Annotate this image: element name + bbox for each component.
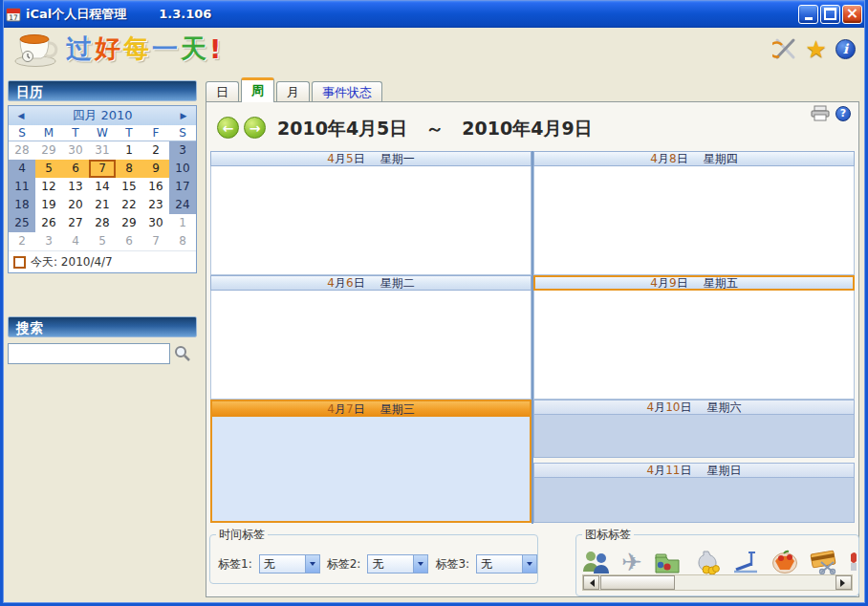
day-body-thu[interactable] xyxy=(533,166,855,275)
mini-day-cell[interactable]: 30 xyxy=(62,141,89,160)
day-body-tue[interactable] xyxy=(210,291,532,400)
day-body-wed[interactable] xyxy=(212,415,530,521)
favorite-star-icon[interactable] xyxy=(806,35,827,63)
day-cell-sun[interactable]: 4月11日星期日 xyxy=(533,463,855,523)
mini-day-cell[interactable]: 2 xyxy=(142,141,169,160)
mini-day-cell[interactable]: 30 xyxy=(142,214,169,232)
partial-icon[interactable] xyxy=(849,550,858,574)
day-cell-wed-today[interactable]: 4月7日星期三 xyxy=(210,400,532,523)
mini-day-cell[interactable]: 29 xyxy=(35,141,62,160)
help-icon[interactable] xyxy=(835,106,851,121)
mini-day-cell[interactable]: 29 xyxy=(116,214,142,232)
search-icon[interactable] xyxy=(174,345,191,362)
mini-day-cell[interactable]: 24 xyxy=(169,196,196,214)
mini-day-cell[interactable]: 13 xyxy=(62,178,89,196)
day-body-fri[interactable] xyxy=(533,291,855,400)
mini-day-cell[interactable]: 10 xyxy=(169,160,196,178)
mini-day-cell[interactable]: 7 xyxy=(142,232,169,250)
mini-day-cell[interactable]: 28 xyxy=(9,141,35,160)
mini-day-cell[interactable]: 15 xyxy=(116,178,142,196)
tag3-select[interactable]: 无 xyxy=(476,554,537,574)
work-folder-icon[interactable] xyxy=(653,550,682,574)
tab-week[interactable]: 周 xyxy=(241,77,274,102)
day-header-fri[interactable]: 4月9日星期五 xyxy=(533,275,855,291)
mini-day-cell[interactable]: 8 xyxy=(116,160,142,178)
day-cell-fri-selected[interactable]: 4月9日星期五 xyxy=(533,275,855,400)
day-body-sat[interactable] xyxy=(533,415,855,458)
search-input[interactable] xyxy=(8,343,170,364)
mini-day-cell[interactable]: 23 xyxy=(142,196,169,214)
mini-day-cell[interactable]: 12 xyxy=(35,178,62,196)
mini-day-cell[interactable]: 25 xyxy=(9,214,35,232)
tag2-select[interactable]: 无 xyxy=(367,554,428,574)
today-checkbox[interactable] xyxy=(13,256,26,269)
day-body-sun[interactable] xyxy=(533,478,855,523)
mini-day-cell[interactable]: 19 xyxy=(35,196,62,214)
mini-day-cell[interactable]: 5 xyxy=(89,232,116,250)
treadmill-icon[interactable] xyxy=(731,550,760,574)
day-header-mon[interactable]: 4月5日星期一 xyxy=(210,151,532,166)
day-body-mon[interactable] xyxy=(210,166,532,275)
minimize-button[interactable] xyxy=(798,5,818,24)
mini-day-cell[interactable]: 2 xyxy=(9,232,35,250)
mini-day-cell[interactable]: 27 xyxy=(62,214,89,232)
day-cell-tue[interactable]: 4月6日星期二 xyxy=(210,275,532,400)
day-header-sat[interactable]: 4月10日星期六 xyxy=(533,400,855,415)
mini-day-cell[interactable]: 3 xyxy=(35,232,62,250)
chevron-down-icon[interactable] xyxy=(305,555,319,573)
next-month-icon[interactable] xyxy=(177,111,190,120)
mini-day-cell[interactable]: 1 xyxy=(116,141,142,160)
prev-month-icon[interactable] xyxy=(14,111,28,120)
mini-day-cell[interactable]: 17 xyxy=(169,178,196,196)
mini-day-cell[interactable]: 9 xyxy=(142,160,169,178)
day-cell-sat[interactable]: 4月10日星期六 xyxy=(533,400,855,458)
day-cell-mon[interactable]: 4月5日星期一 xyxy=(210,151,532,275)
tab-month[interactable]: 月 xyxy=(276,81,310,102)
mini-day-cell[interactable]: 26 xyxy=(35,214,62,232)
mini-day-cell[interactable]: 14 xyxy=(89,178,116,196)
money-bag-icon[interactable] xyxy=(692,550,721,574)
day-header-sun[interactable]: 4月11日星期日 xyxy=(533,463,855,478)
chevron-down-icon[interactable] xyxy=(522,555,536,573)
mini-day-cell[interactable]: 3 xyxy=(169,141,196,160)
airplane-icon[interactable]: ✈ xyxy=(621,550,642,574)
info-icon[interactable] xyxy=(835,39,856,59)
mini-day-cell[interactable]: 22 xyxy=(116,196,142,214)
mini-day-cell[interactable]: 7 xyxy=(89,160,116,178)
next-week-button[interactable] xyxy=(244,117,266,139)
print-icon[interactable] xyxy=(811,105,830,121)
mini-day-cell[interactable]: 11 xyxy=(9,178,35,196)
day-cell-thu[interactable]: 4月8日星期四 xyxy=(533,151,855,275)
mini-day-cell[interactable]: 1 xyxy=(169,214,196,232)
mini-day-cell[interactable]: 16 xyxy=(142,178,169,196)
mini-day-cell[interactable]: 4 xyxy=(9,160,35,178)
mini-day-cell[interactable]: 6 xyxy=(116,232,142,250)
scroll-right-icon[interactable] xyxy=(835,575,852,590)
tools-icon[interactable] xyxy=(772,36,797,61)
mini-day-cell[interactable]: 6 xyxy=(62,160,89,178)
meeting-people-icon[interactable] xyxy=(582,550,611,574)
tab-day[interactable]: 日 xyxy=(206,81,239,102)
mini-day-cell[interactable]: 20 xyxy=(62,196,89,214)
icon-tags-scrollbar[interactable] xyxy=(582,574,853,591)
scroll-left-icon[interactable] xyxy=(583,575,599,590)
prev-week-button[interactable] xyxy=(217,117,239,139)
mini-day-cell[interactable]: 4 xyxy=(62,232,89,250)
titlebar[interactable]: 17 iCal个人日程管理 1.3.106 xyxy=(0,0,868,28)
scrollbar-thumb[interactable] xyxy=(600,575,675,590)
mini-day-cell[interactable]: 31 xyxy=(89,141,116,160)
mini-day-cell[interactable]: 8 xyxy=(169,232,196,250)
day-header-thu[interactable]: 4月8日星期四 xyxy=(533,151,855,166)
mini-day-cell[interactable]: 21 xyxy=(89,196,116,214)
food-plate-icon[interactable] xyxy=(770,550,799,574)
maximize-button[interactable] xyxy=(820,5,840,24)
tag1-select[interactable]: 无 xyxy=(259,554,320,574)
mini-day-cell[interactable]: 18 xyxy=(9,196,35,214)
tab-event-status[interactable]: 事件状态 xyxy=(312,81,382,102)
chevron-down-icon[interactable] xyxy=(413,555,427,573)
mini-day-cell[interactable]: 28 xyxy=(89,214,116,232)
close-button[interactable] xyxy=(842,5,862,24)
mini-day-cell[interactable]: 5 xyxy=(35,160,62,178)
bank-card-icon[interactable] xyxy=(810,550,838,574)
day-header-tue[interactable]: 4月6日星期二 xyxy=(210,275,532,291)
